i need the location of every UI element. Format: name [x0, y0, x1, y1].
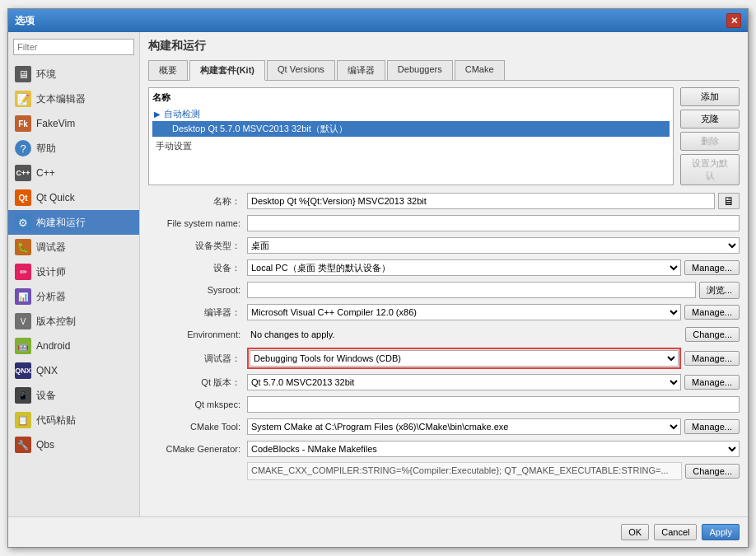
device-type-select[interactable]: 桌面 — [247, 237, 740, 254]
environment-change-button[interactable]: Change... — [685, 327, 740, 342]
cmake-gen-select[interactable]: CodeBlocks - NMake Makefiles — [247, 441, 740, 457]
sidebar-item-qnx[interactable]: QNX QNX — [8, 358, 139, 383]
filesystem-label: File system name: — [148, 218, 247, 228]
qt-version-label: Qt 版本： — [148, 376, 247, 389]
device-type-row: 设备类型： 桌面 — [148, 236, 740, 255]
sidebar-item-debugger[interactable]: 🐛 调试器 — [8, 235, 139, 259]
tab-qt-versions[interactable]: Qt Versions — [267, 60, 335, 80]
sidebar-item-designer[interactable]: ✏ 设计师 — [8, 259, 139, 284]
sidebar-item-help[interactable]: ? 帮助 — [8, 136, 139, 161]
cmake-tool-manage-button[interactable]: Manage... — [684, 419, 740, 434]
debugger-label: 调试器： — [148, 353, 247, 365]
sidebar-item-android[interactable]: 🤖 Android — [8, 334, 139, 358]
manual-group[interactable]: 手动设置 — [152, 138, 670, 154]
form-section: 名称： 🖥 File system name: 设备类型： — [148, 192, 740, 510]
sysroot-input[interactable] — [247, 282, 696, 298]
qt-version-select-wrapper: Qt 5.7.0 MSVC2013 32bit — [247, 374, 681, 390]
set-default-button[interactable]: 设置为默认 — [680, 154, 740, 185]
cmake-gen-label: CMake Generator: — [148, 444, 247, 454]
sidebar-item-env[interactable]: 🖥 环境 — [8, 62, 139, 86]
name-input[interactable] — [247, 193, 715, 209]
environment-value: No changes to apply. — [247, 329, 682, 339]
sidebar-item-cpp[interactable]: C++ C++ — [8, 161, 139, 185]
cpp-icon: C++ — [15, 165, 31, 181]
device-select[interactable]: Local PC（桌面 类型的默认设备） — [247, 259, 681, 276]
sidebar-label-code-paste: 代码粘贴 — [36, 413, 76, 428]
qt-mkspec-label: Qt mkspec: — [148, 399, 247, 409]
titlebar: 选项 ✕ — [8, 9, 748, 32]
cmake-gen-row: CMake Generator: CodeBlocks - NMake Make… — [148, 440, 740, 458]
sidebar-item-qtquick[interactable]: Qt Qt Quick — [8, 185, 139, 210]
sidebar-label-version-ctrl: 版本控制 — [36, 315, 76, 329]
sidebar-label-cpp: C++ — [36, 167, 55, 179]
cmake-tool-select-wrapper: System CMake at C:\Program Files (x86)\C… — [247, 418, 681, 435]
devices-icon: 📱 — [15, 387, 31, 404]
device-manage-button[interactable]: Manage... — [684, 260, 740, 275]
sidebar-item-code-paste[interactable]: 📋 代码粘贴 — [8, 408, 139, 432]
tab-debuggers[interactable]: Debuggers — [387, 60, 453, 80]
qt-mkspec-input[interactable] — [247, 396, 740, 413]
debugger-manage-button[interactable]: Manage... — [684, 351, 740, 366]
analyzer-icon: 📊 — [15, 288, 31, 305]
kit-buttons: 添加 克隆 删除 设置为默认 — [680, 87, 740, 185]
filesystem-input[interactable] — [247, 215, 740, 231]
sidebar: 🖥 环境 📝 文本编辑器 Fk FakeVim ? 帮助 C++ C++ Qt — [8, 32, 140, 516]
debugger-row: 调试器： Debugging Tools for Windows (CDB) M… — [148, 348, 740, 369]
clone-button[interactable]: 克隆 — [680, 110, 740, 128]
tab-overview[interactable]: 概要 — [148, 60, 188, 80]
content-area: 🖥 环境 📝 文本编辑器 Fk FakeVim ? 帮助 C++ C++ Qt — [8, 32, 748, 516]
sysroot-label: Sysroot: — [148, 285, 247, 295]
compiler-select[interactable]: Microsoft Visual C++ Compiler 12.0 (x86) — [247, 304, 681, 320]
sidebar-item-devices[interactable]: 📱 设备 — [8, 383, 139, 408]
sidebar-label-qtquick: Qt Quick — [36, 192, 75, 203]
compiler-manage-button[interactable]: Manage... — [684, 305, 740, 320]
build-run-icon: ⚙ — [15, 214, 31, 231]
qt-version-select[interactable]: Qt 5.7.0 MSVC2013 32bit — [247, 374, 681, 390]
sysroot-browse-button[interactable]: 浏览... — [699, 282, 740, 299]
apply-button[interactable]: Apply — [702, 524, 740, 540]
cmake-tool-select[interactable]: System CMake at C:\Program Files (x86)\C… — [247, 418, 681, 435]
cancel-button[interactable]: Cancel — [654, 524, 697, 540]
text-editor-icon: 📝 — [15, 91, 31, 107]
kit-section: 名称 ▶ 自动检测 Desktop Qt 5.7.0 MSVC2013 32bi… — [148, 87, 740, 185]
sidebar-item-qbs[interactable]: 🔧 Qbs — [8, 432, 139, 457]
footer: OK Cancel Apply — [8, 516, 748, 547]
sidebar-label-env: 环境 — [36, 68, 56, 82]
sidebar-label-analyzer: 分析器 — [36, 290, 66, 304]
qbs-icon: 🔧 — [15, 437, 31, 453]
cmake-config-text: CMAKE_CXX_COMPILER:STRING=%{Compiler:Exe… — [247, 462, 682, 480]
tab-kit[interactable]: 构建套件(Kit) — [189, 60, 265, 81]
sidebar-label-text-editor: 文本编辑器 — [36, 92, 86, 106]
monitor-icon[interactable]: 🖥 — [718, 193, 740, 209]
device-row: 设备： Local PC（桌面 类型的默认设备） Manage... — [148, 259, 740, 277]
debugger-select[interactable]: Debugging Tools for Windows (CDB) — [250, 350, 679, 367]
sidebar-item-text-editor[interactable]: 📝 文本编辑器 — [8, 86, 139, 111]
remove-button[interactable]: 删除 — [680, 132, 740, 151]
qt-version-manage-button[interactable]: Manage... — [684, 375, 740, 390]
add-button[interactable]: 添加 — [680, 87, 740, 106]
panel-title: 构建和运行 — [148, 39, 740, 54]
sidebar-item-build-run[interactable]: ⚙ 构建和运行 — [8, 210, 139, 235]
tab-cmake[interactable]: CMake — [455, 60, 505, 80]
device-label: 设备： — [148, 262, 247, 274]
code-paste-icon: 📋 — [15, 412, 31, 428]
sidebar-item-analyzer[interactable]: 📊 分析器 — [8, 284, 139, 309]
version-ctrl-icon: V — [15, 313, 31, 329]
auto-detect-label: 自动检测 — [164, 108, 200, 120]
close-button[interactable]: ✕ — [726, 13, 741, 28]
auto-detect-item[interactable]: Desktop Qt 5.7.0 MSVC2013 32bit（默认） — [152, 121, 670, 137]
compiler-row: 编译器： Microsoft Visual C++ Compiler 12.0 … — [148, 303, 740, 321]
env-icon: 🖥 — [15, 66, 31, 82]
android-icon: 🤖 — [15, 338, 31, 354]
name-input-group: 🖥 — [247, 193, 740, 209]
cmake-config-change-button[interactable]: Change... — [685, 464, 740, 479]
qt-version-row: Qt 版本： Qt 5.7.0 MSVC2013 32bit Manage... — [148, 373, 740, 391]
filesystem-row: File system name: — [148, 214, 740, 232]
tab-compiler[interactable]: 编译器 — [337, 60, 385, 80]
auto-detect-header[interactable]: ▶ 自动检测 — [152, 107, 670, 121]
ok-button[interactable]: OK — [621, 524, 649, 540]
sidebar-item-fakevim[interactable]: Fk FakeVim — [8, 111, 139, 136]
filter-input[interactable] — [13, 39, 134, 55]
sysroot-row: Sysroot: 浏览... — [148, 281, 740, 299]
sidebar-item-version-ctrl[interactable]: V 版本控制 — [8, 309, 139, 334]
